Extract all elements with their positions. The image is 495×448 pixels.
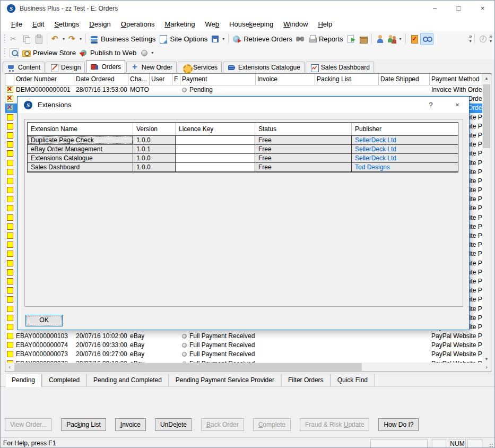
publisher-link[interactable]: Tod Designs [352, 163, 459, 171]
help-overflow-button[interactable]: »▾ [489, 34, 492, 44]
close-button[interactable]: × [471, 1, 494, 16]
licence-key-cell[interactable] [176, 136, 255, 144]
menu-item[interactable]: Settings [54, 20, 79, 28]
reports-button[interactable]: Reports [306, 33, 345, 45]
publisher-link[interactable]: SellerDeck Ltd [352, 154, 459, 162]
menu-item[interactable]: Operations [121, 20, 155, 28]
save-dropdown[interactable]: ▾ [222, 37, 224, 41]
column-header-payment[interactable]: Payment [180, 74, 256, 85]
preview-page-button[interactable] [8, 47, 20, 58]
menu-item[interactable]: Edit [32, 20, 44, 28]
menu-item[interactable]: Design [89, 20, 110, 28]
redo-dropdown[interactable]: ▾ [80, 37, 82, 41]
menu-item[interactable]: Web [205, 20, 220, 28]
extension-row[interactable]: Duplicate Page Check 1.0.0 Free SellerDe… [28, 136, 458, 145]
dialog-close-button[interactable]: × [449, 97, 466, 113]
export-button[interactable] [345, 33, 357, 45]
extension-row[interactable]: Extensions Catalogue 1.0.0 Free SellerDe… [28, 154, 458, 163]
menu-item[interactable]: File [11, 20, 22, 28]
publish-to-web-button[interactable]: Publish to Web [77, 47, 138, 58]
minimize-button[interactable]: – [423, 1, 447, 16]
workspace-tab[interactable]: Services [178, 62, 222, 73]
action-button[interactable]: How Do I? [378, 418, 419, 431]
toolbar-drag-handle[interactable] [4, 48, 6, 58]
action-button[interactable]: Packing List [61, 418, 106, 431]
dialog-help-button[interactable]: ? [422, 97, 439, 113]
publish-dropdown[interactable]: ▾ [151, 50, 153, 55]
undo-button[interactable]: ▾ [49, 33, 66, 45]
scroll-right-arrow[interactable]: › [482, 363, 491, 372]
action-button[interactable]: Back Order [201, 418, 244, 431]
workspace-tab[interactable]: Orders [86, 60, 125, 73]
column-header-date-ordered[interactable]: Date Ordered [74, 74, 128, 85]
horizontal-scroll-thumb[interactable] [14, 363, 362, 371]
workspace-tab[interactable]: Sales Dashboard [306, 62, 374, 73]
customer-button[interactable] [374, 33, 386, 45]
workspace-tab[interactable]: Extensions Catalogue [223, 62, 305, 73]
customers-dropdown[interactable]: ▾ [400, 37, 402, 41]
publisher-link[interactable]: SellerDeck Ltd [352, 145, 459, 153]
copy-button[interactable] [20, 33, 32, 45]
column-header-order-number[interactable]: Order Number [14, 74, 74, 85]
save-button[interactable]: ▾ [209, 33, 226, 45]
resize-grip[interactable] [489, 443, 493, 447]
licence-key-cell[interactable] [176, 163, 255, 171]
find-button[interactable] [294, 33, 306, 45]
filter-tab[interactable]: Pending and Completed [86, 374, 169, 386]
licence-key-cell[interactable] [176, 145, 255, 153]
paste-button[interactable] [32, 33, 45, 45]
column-header-invoice[interactable]: Invoice [256, 74, 315, 85]
filter-tab[interactable]: Quick Find [331, 374, 375, 386]
column-header-date-shipped[interactable]: Date Shipped [379, 74, 430, 85]
column-header-licence-key[interactable]: Licence Key [176, 123, 255, 135]
retrieve-orders-button[interactable]: Retrieve Orders [231, 33, 294, 45]
cut-button[interactable] [8, 33, 20, 45]
column-header-publisher[interactable]: Publisher [352, 123, 459, 135]
licence-key-cell[interactable] [176, 154, 255, 162]
action-button[interactable]: Invoice [115, 418, 146, 431]
publish-status-button[interactable]: ▾ [138, 47, 155, 58]
order-row[interactable]: EBAY0000000074 20/07/16 09:33:00 eBay Fu… [5, 341, 482, 350]
column-header[interactable] [5, 74, 14, 85]
filter-tab[interactable]: Pending Payment Service Provider [169, 374, 281, 386]
undo-dropdown[interactable]: ▾ [63, 37, 65, 41]
workspace-tab[interactable]: Design [46, 62, 85, 73]
help-button[interactable] [477, 33, 489, 45]
customers-button[interactable]: ▾ [386, 33, 403, 45]
vertical-scrollbar[interactable]: ▲ ▼ [482, 74, 491, 364]
order-row[interactable]: EBAY0000000073 20/07/16 09:27:00 eBay Fu… [5, 350, 482, 359]
action-button[interactable]: UnDelete [155, 418, 192, 431]
menu-item[interactable]: Marketing [164, 20, 195, 28]
preview-store-button[interactable]: Preview Store [20, 47, 77, 58]
menu-item[interactable]: Window [283, 20, 308, 28]
column-header-f[interactable]: F [172, 74, 180, 85]
maximize-button[interactable]: □ [447, 1, 471, 16]
redo-button[interactable]: ▾ [66, 33, 83, 45]
menu-item[interactable]: Help [318, 20, 332, 28]
menu-item[interactable]: Housekeeping [229, 20, 273, 28]
order-row[interactable]: EBAY0000000103 20/07/16 10:02:00 eBay Fu… [5, 332, 482, 341]
horizontal-scrollbar[interactable]: ‹ › [5, 363, 491, 372]
workspace-tab[interactable]: New Order [126, 62, 177, 73]
column-header-payment-method[interactable]: Payment Method [430, 74, 482, 85]
toolbar-overflow-button[interactable]: »▾ [469, 34, 472, 44]
column-header-extension-name[interactable]: Extension Name [28, 123, 133, 135]
action-button[interactable]: Complete [253, 418, 291, 431]
scroll-up-arrow[interactable]: ▲ [482, 74, 491, 83]
extension-row[interactable]: Sales Dashboard 1.0.0 Free Tod Designs [28, 163, 458, 172]
workspace-tab[interactable]: Content [3, 62, 45, 73]
column-header-user[interactable]: User [150, 74, 172, 85]
stock-button[interactable] [357, 33, 369, 45]
business-settings-button[interactable]: Business Settings [88, 33, 157, 45]
extension-row[interactable]: eBay Order Management 1.0.1 Free SellerD… [28, 145, 458, 154]
filter-tab[interactable]: Completed [42, 374, 86, 386]
column-header-channel[interactable]: Cha... [128, 74, 150, 85]
order-row[interactable]: DEMO0000000001 28/07/16 13:53:00 MOTO Pe… [5, 85, 482, 94]
action-button[interactable]: Fraud & Risk Update [300, 418, 369, 431]
column-header-version[interactable]: Version [133, 123, 176, 135]
filter-tab[interactable]: Filter Orders [281, 374, 331, 386]
scroll-left-arrow[interactable]: ‹ [5, 363, 14, 372]
view-orders-toggle[interactable] [420, 33, 433, 45]
ok-button[interactable]: OK [25, 315, 63, 326]
site-options-button[interactable]: Site Options [157, 33, 209, 45]
